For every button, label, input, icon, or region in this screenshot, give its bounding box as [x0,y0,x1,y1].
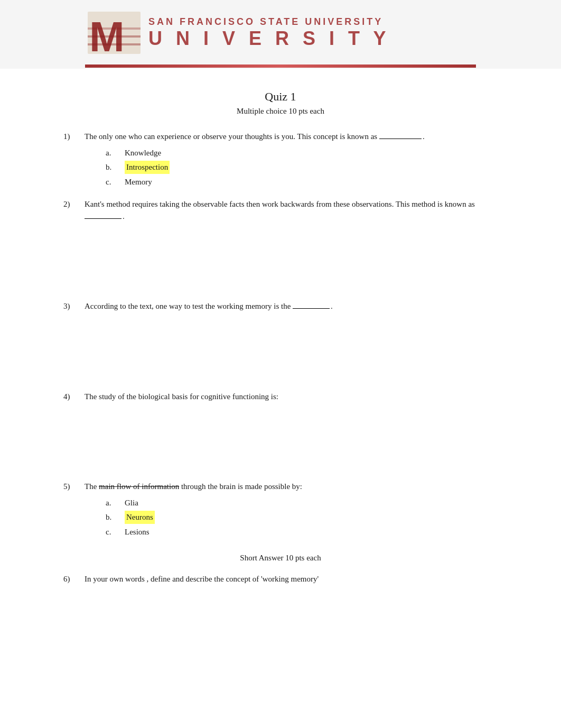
question-2-text: 2) Kant's method requires taking the obs… [63,198,498,222]
option-label: c. [106,176,125,188]
university-text-block: SAN FRANCISCO STATE UNIVERSITY U N I V E… [143,16,476,50]
question-1-options: a. Knowledge b. Introspection c. Memory [63,147,498,188]
blank-3 [293,308,330,309]
question-2-space [63,226,498,290]
question-1-option-c: c. Memory [106,176,498,188]
question-3-body: According to the text, one way to test t… [85,300,498,312]
question-6-num: 6) [63,573,85,585]
question-6-text: 6) In your own words , define and descri… [63,573,498,585]
question-5-options: a. Glia b. Neurons c. Lesions [63,497,498,538]
option-label: b. [106,511,125,523]
question-2-body: Kant's method requires taking the observ… [85,198,498,222]
question-5: 5) The main flow of information through … [63,481,498,538]
question-5-option-c: c. Lesions [106,526,498,538]
option-label: a. [106,497,125,509]
question-1-option-a: a. Knowledge [106,147,498,159]
question-1-text: 1) The only one who can experience or ob… [63,131,498,143]
question-6-body: In your own words , define and describe … [85,573,498,585]
question-5-text: 5) The main flow of information through … [63,481,498,493]
option-label: a. [106,147,125,159]
question-5-option-b: b. Neurons [106,511,498,524]
question-3: 3) According to the text, one way to tes… [63,300,498,380]
header-inner: M SAN FRANCISCO STATE UNIVERSITY U N I V… [85,1,476,64]
quiz-title: Quiz 1 [63,90,498,104]
question-3-space [63,317,498,380]
question-4-text: 4) The study of the biological basis for… [63,391,498,403]
question-1-body: The only one who can experience or obser… [85,131,498,143]
question-5-num: 5) [63,481,85,493]
question-3-num: 3) [63,300,85,312]
question-5-option-a: a. Glia [106,497,498,509]
question-1-option-b: b. Introspection [106,161,498,174]
question-4-num: 4) [63,391,85,403]
question-1: 1) The only one who can experience or ob… [63,131,498,188]
question-4: 4) The study of the biological basis for… [63,391,498,471]
university-line1: SAN FRANCISCO STATE UNIVERSITY [148,16,476,27]
header-banner: M SAN FRANCISCO STATE UNIVERSITY U N I V… [0,0,561,69]
question-4-space [63,407,498,470]
question-6: 6) In your own words , define and descri… [63,573,498,695]
question-1-num: 1) [63,131,85,143]
university-logo-icon: M [85,6,143,59]
main-content: Quiz 1 Multiple choice 10 pts each 1) Th… [0,74,561,728]
svg-rect-4 [88,27,141,30]
strikethrough-text: main flow of information [99,482,179,491]
quiz-subtitle: Multiple choice 10 pts each [63,107,498,116]
option-text-lesions: Lesions [125,526,149,538]
university-line2: U N I V E R S I T Y [148,27,476,50]
option-text-memory: Memory [125,176,152,188]
question-5-body: The main flow of information through the… [85,481,498,493]
option-label: b. [106,161,125,173]
blank-2 [85,218,121,219]
option-label: c. [106,526,125,538]
question-3-text: 3) According to the text, one way to tes… [63,300,498,312]
question-4-body: The study of the biological basis for co… [85,391,498,403]
option-text-introspection: Introspection [125,161,170,174]
option-text-neurons: Neurons [125,511,155,524]
option-text-knowledge: Knowledge [125,147,161,159]
svg-rect-2 [88,35,141,38]
page: M SAN FRANCISCO STATE UNIVERSITY U N I V… [0,0,561,728]
red-bar [85,64,476,68]
question-6-space [63,589,498,695]
blank-1 [379,139,422,139]
question-2-num: 2) [63,198,85,210]
short-answer-header: Short Answer 10 pts each [63,554,498,563]
option-text-glia: Glia [125,497,138,509]
svg-rect-3 [88,43,141,45]
question-2: 2) Kant's method requires taking the obs… [63,198,498,290]
